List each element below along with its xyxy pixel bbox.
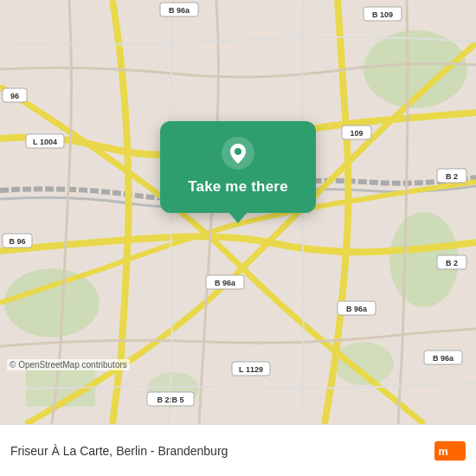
svg-text:L 1004: L 1004 — [33, 138, 57, 146]
map-container: B 96a B 109 L 1004 109 B 96 B 2 B 2 B 96… — [0, 0, 476, 424]
svg-text:B 96a: B 96a — [169, 6, 190, 15]
map-copyright: © OpenStreetMap contributors — [7, 359, 130, 370]
svg-text:B 2: B 2 — [446, 172, 458, 181]
svg-point-34 — [235, 148, 241, 155]
location-title: Friseur À La Carte, Berlin - Brandenburg — [10, 444, 228, 458]
svg-text:B 2:B 5: B 2:B 5 — [157, 396, 183, 404]
moovit-logo: m — [434, 435, 466, 466]
moovit-logo-svg: m — [434, 435, 466, 466]
svg-text:B 96a: B 96a — [346, 305, 368, 313]
svg-text:B 96a: B 96a — [433, 354, 454, 363]
svg-point-6 — [333, 342, 394, 385]
popup-card: Take me there — [160, 121, 316, 213]
svg-text:B 2: B 2 — [446, 259, 458, 267]
svg-text:B 96: B 96 — [9, 237, 25, 246]
svg-point-1 — [4, 268, 100, 338]
svg-text:109: 109 — [350, 129, 363, 138]
svg-text:B 96a: B 96a — [215, 279, 236, 287]
svg-text:B 109: B 109 — [372, 10, 393, 19]
take-me-there-button[interactable]: Take me there — [188, 178, 288, 196]
svg-text:96: 96 — [10, 92, 19, 100]
svg-text:m: m — [439, 445, 448, 457]
info-bar: Friseur À La Carte, Berlin - Brandenburg… — [0, 424, 476, 476]
location-pin-icon — [222, 137, 254, 170]
svg-text:L 1129: L 1129 — [239, 365, 263, 374]
